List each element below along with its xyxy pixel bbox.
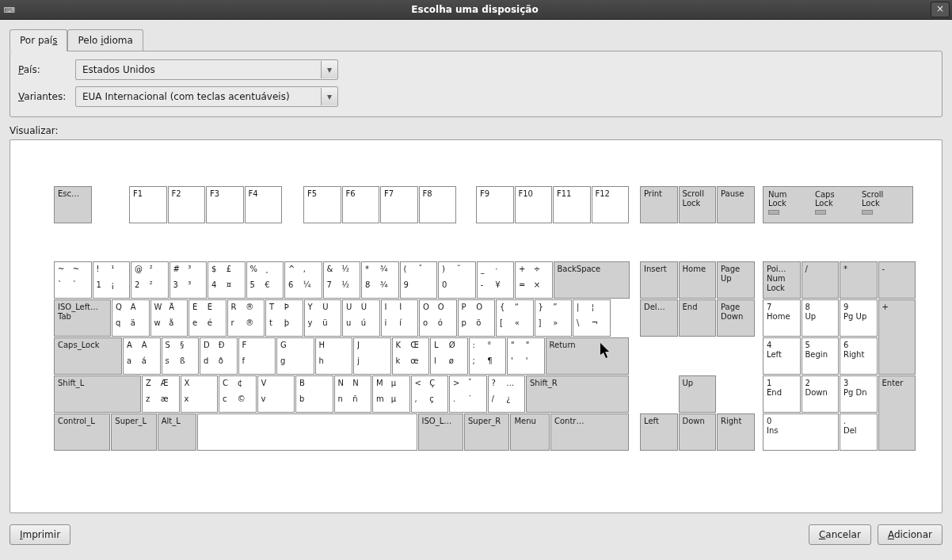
key-r4-5: NÑnñ bbox=[334, 375, 372, 413]
variant-value: EUA Internacional (com teclas acentuávei… bbox=[76, 91, 321, 102]
key-r3-7: KŒkœ bbox=[392, 337, 430, 375]
key-r4-3: Vv bbox=[257, 375, 295, 413]
key-r4-9: ?…/¿ bbox=[488, 375, 526, 413]
key-capslock: Caps_Lock bbox=[54, 337, 122, 375]
key-menu: Menu bbox=[510, 413, 550, 451]
key-r4-6: Mµmµ bbox=[372, 375, 410, 413]
key-kp4: 4 Left bbox=[763, 337, 801, 375]
key-r2-5: YÜyü bbox=[304, 299, 342, 337]
key-left: Left bbox=[640, 413, 678, 451]
key-kmul: * bbox=[840, 261, 878, 299]
tab-by-language[interactable]: Pelo idioma bbox=[67, 29, 143, 51]
key-r2-8: OÓoó bbox=[419, 299, 457, 337]
key-r1-12: +÷=× bbox=[515, 261, 553, 299]
key-rsuper: Super_R bbox=[464, 413, 509, 451]
key-r1-8: *¾8¾ bbox=[361, 261, 399, 299]
key-numlock: Poi… Num Lock bbox=[763, 261, 801, 299]
tab-by-country[interactable]: Por país bbox=[10, 29, 67, 51]
key-print: Print bbox=[640, 186, 678, 223]
key-f9: F9 bbox=[476, 186, 514, 223]
key-r1-7: &½7½ bbox=[323, 261, 361, 299]
key-r3-8: LØlø bbox=[430, 337, 468, 375]
key-r3-2: DÐdð bbox=[200, 337, 238, 375]
key-tab: ISO_Left… Tab bbox=[54, 299, 111, 337]
key-r1-0: ~~`` bbox=[54, 261, 92, 299]
key-r2-11: }”]» bbox=[535, 299, 573, 337]
key-ins: Insert bbox=[640, 261, 678, 299]
key-r1-11: _·-¥ bbox=[477, 261, 515, 299]
key-f7: F7 bbox=[380, 186, 418, 223]
key-return: Return bbox=[546, 337, 630, 375]
key-pause: Pause bbox=[717, 186, 755, 223]
key-slock: Scroll Lock bbox=[679, 186, 717, 223]
key-kp0: 0 Ins bbox=[763, 413, 839, 451]
chevron-down-icon[interactable]: ▾ bbox=[321, 61, 337, 78]
key-pgup: Page Up bbox=[717, 261, 755, 299]
key-r1-4: $£4¤ bbox=[208, 261, 246, 299]
variant-label: Variantes: bbox=[18, 91, 75, 102]
variant-combo[interactable]: EUA Internacional (com teclas acentuávei… bbox=[75, 86, 338, 107]
country-combo[interactable]: Estados Unidos ▾ bbox=[75, 59, 338, 80]
key-r2-0: QÄqä bbox=[112, 299, 150, 337]
key-rctrl: Contr… bbox=[550, 413, 629, 451]
titlebar: ⌨ Escolha uma disposição × bbox=[0, 0, 952, 20]
app-icon: ⌨ bbox=[0, 6, 19, 14]
key-kp9: 9 Pg Up bbox=[840, 299, 878, 337]
key-kp6: 6 Right bbox=[840, 337, 878, 375]
key-r1-1: !¹1¡ bbox=[93, 261, 131, 299]
key-r4-1: Xx bbox=[181, 375, 219, 413]
key-kp-dot: . Del bbox=[840, 413, 878, 451]
lock-indicator-panel: Num LockCaps LockScroll Lock bbox=[763, 186, 913, 223]
key-r1-5: %¸5€ bbox=[246, 261, 284, 299]
add-button[interactable]: Adicionar bbox=[878, 524, 942, 545]
button-bar: Imprimir Cancelar Adicionar bbox=[10, 524, 942, 545]
country-value: Estados Unidos bbox=[76, 64, 321, 75]
key-kp-add: + bbox=[878, 299, 916, 375]
key-r4-7: <Ç,ç bbox=[411, 375, 449, 413]
key-r3-5: Hh bbox=[315, 337, 353, 375]
key-f4: F4 bbox=[245, 186, 283, 223]
key-lctrl: Control_L bbox=[54, 413, 110, 451]
key-f3: F3 bbox=[206, 186, 244, 223]
tabs: Por país Pelo idioma País: Estados Unido… bbox=[10, 29, 942, 117]
key-shift-right: Shift_R bbox=[526, 375, 629, 413]
key-f12: F12 bbox=[592, 186, 630, 223]
key-r2-10: {“[« bbox=[496, 299, 534, 337]
key-up: Up bbox=[679, 375, 717, 413]
key-kp5: 5 Begin bbox=[802, 337, 840, 375]
key-kp-enter: Enter bbox=[878, 375, 916, 451]
key-backspace: BackSpace bbox=[554, 261, 630, 299]
key-r1-9: (ˇ9 bbox=[400, 261, 438, 299]
key-r3-1: S§sß bbox=[162, 337, 200, 375]
key-r2-1: WÅwå bbox=[150, 299, 188, 337]
key-r3-6: Jj bbox=[353, 337, 391, 375]
key-r3-10: ""'' bbox=[507, 337, 545, 375]
key-r1-10: )˘0 bbox=[438, 261, 476, 299]
key-r4-0: ZÆzæ bbox=[142, 375, 180, 413]
keyboard-preview: Esc…F1F2F3F4F5F6F7F8F9F10F11F12PrintScro… bbox=[10, 139, 942, 513]
key-r3-3: Ff bbox=[238, 337, 276, 375]
key-isolg: ISO_L… bbox=[418, 413, 463, 451]
key-pgdn: Page Down bbox=[717, 299, 755, 337]
key-kp1: 1 End bbox=[763, 375, 801, 413]
key-r3-9: :°;¶ bbox=[469, 337, 507, 375]
key-r3-0: AÁaá bbox=[123, 337, 161, 375]
preview-label: Visualizar: bbox=[10, 125, 942, 136]
key-r2-3: R®r® bbox=[227, 299, 265, 337]
key-r3-4: Gg bbox=[276, 337, 314, 375]
key-r4-8: >ˇ.˙ bbox=[449, 375, 487, 413]
close-icon[interactable]: × bbox=[931, 2, 950, 17]
key-ksub: - bbox=[878, 261, 916, 299]
print-button[interactable]: Imprimir bbox=[10, 524, 70, 545]
key-f8: F8 bbox=[419, 186, 457, 223]
tabpage-country: País: Estados Unidos ▾ Variantes: EUA In… bbox=[10, 51, 942, 117]
country-label: País: bbox=[18, 64, 75, 75]
chevron-down-icon[interactable]: ▾ bbox=[321, 88, 337, 105]
key-escape: Esc… bbox=[54, 186, 92, 223]
key-r1-3: #³3³ bbox=[169, 261, 208, 299]
key-kp2: 2 Down bbox=[802, 375, 840, 413]
cancel-button[interactable]: Cancelar bbox=[809, 524, 871, 545]
key-f10: F10 bbox=[515, 186, 553, 223]
key-r2-9: PÖpö bbox=[458, 299, 496, 337]
key-kp3: 3 Pg Dn bbox=[840, 375, 878, 413]
